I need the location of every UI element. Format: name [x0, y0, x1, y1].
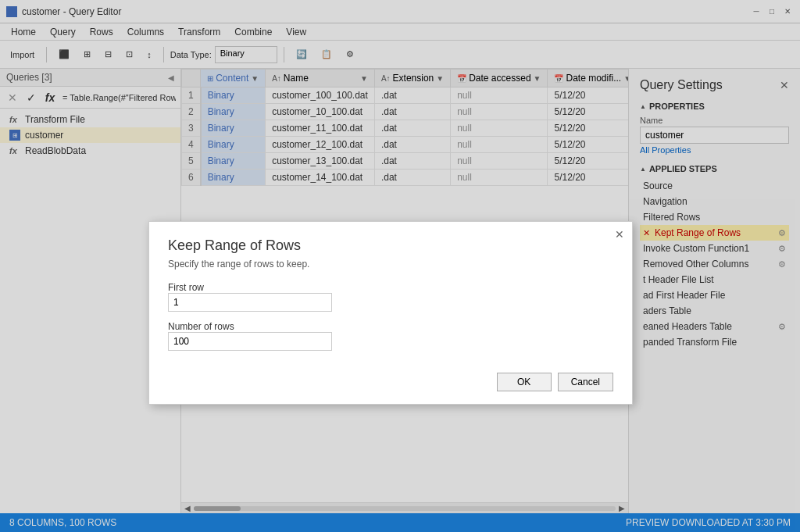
cancel-button[interactable]: Cancel: [558, 373, 613, 391]
num-rows-input[interactable]: [168, 332, 332, 351]
dialog-title: Keep Range of Rows: [168, 237, 613, 254]
keep-range-dialog: ✕ Keep Range of Rows Specify the range o…: [148, 221, 633, 405]
dialog-close-button[interactable]: ✕: [615, 228, 624, 241]
ok-button[interactable]: OK: [497, 373, 552, 391]
dialog-footer: OK Cancel: [168, 363, 613, 391]
dialog-subtitle: Specify the range of rows to keep.: [168, 259, 613, 270]
first-row-input[interactable]: [168, 293, 332, 312]
num-rows-label: Number of rows: [168, 321, 234, 332]
dialog-overlay: ✕ Keep Range of Rows Specify the range o…: [0, 0, 800, 532]
first-row-label: First row: [168, 282, 204, 293]
